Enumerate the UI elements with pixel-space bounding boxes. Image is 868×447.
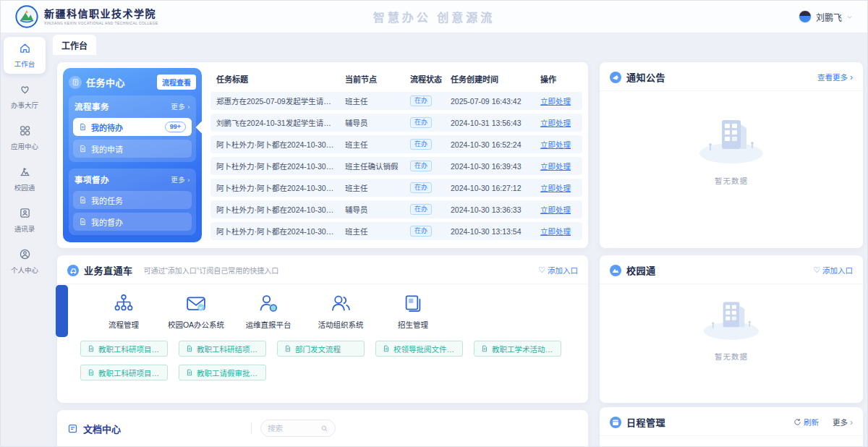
app-shortcut[interactable]: 运维直报平台: [232, 293, 305, 330]
chevron-right-icon: [850, 418, 853, 427]
quick-link-button[interactable]: 教职工科研项目…: [80, 365, 168, 380]
task-center-item-label: 我的待办: [91, 122, 123, 133]
quick-links: 教职工科研项目… 教职工科研结项… 部门发文流程 校领导批阅文件… 教职工学术活…: [80, 341, 579, 380]
handle-now-link[interactable]: 立即处理: [540, 227, 571, 236]
search-icon[interactable]: [320, 425, 328, 433]
app-shortcut-icon: [402, 293, 424, 315]
task-table: 任务标题 当前节点 流程状态 任务创建时间 操作 郑惠方在2025-07-09发…: [210, 68, 582, 242]
doc-tabs: [171, 427, 244, 430]
main-sidebar: 工作台 办事大厅 应用中心 校园通 通讯录 个人中心: [1, 33, 48, 446]
handle-now-link[interactable]: 立即处理: [540, 205, 571, 214]
task-center-item[interactable]: 我的申请: [73, 140, 192, 158]
heart-icon: ♡: [538, 265, 545, 275]
app-shortcut[interactable]: 活动组织系统: [305, 293, 377, 330]
handle-now-link[interactable]: 立即处理: [540, 140, 571, 149]
flow-view-button[interactable]: 流程查看: [157, 74, 196, 90]
campus-add-entry-link[interactable]: ♡添加入口: [813, 265, 853, 276]
quick-link-button[interactable]: 教职工科研项目…: [80, 341, 168, 357]
task-time: 2024-10-31 13:56:43: [451, 119, 533, 127]
quick-link-button[interactable]: 校领导批阅文件…: [375, 341, 463, 357]
quick-link-label: 部门发文流程: [295, 344, 341, 354]
quick-link-label: 教职工科研项目…: [98, 367, 159, 378]
sidebar-item[interactable]: 个人中心: [4, 243, 46, 280]
sidebar-item[interactable]: 校园通: [4, 161, 46, 197]
sidebar-item[interactable]: 通讯录: [4, 202, 46, 239]
quick-link-button[interactable]: 部门发文流程: [277, 341, 365, 357]
divider: [251, 422, 252, 434]
chevron-down-icon: [846, 14, 853, 20]
notice-more-link[interactable]: 查看更多: [817, 72, 853, 82]
file-icon: [88, 345, 95, 352]
smart-office-portal: 新疆科信职业技术学院 XINJIANG KEXIN VOCATIONAL AND…: [0, 0, 868, 447]
empty-illustration: [697, 294, 766, 344]
heart-icon: ♡: [813, 265, 820, 275]
table-row: 阿卜杜外力·阿卜都在2024-10-30发起学生请假… 辅导员 在办 2024-…: [210, 200, 582, 218]
file-icon: [79, 145, 87, 153]
vertical-tab[interactable]: [56, 344, 68, 396]
task-time: 2024-10-30 16:27:12: [451, 184, 533, 192]
app-header: 新疆科信职业技术学院 XINJIANG KEXIN VOCATIONAL AND…: [1, 1, 867, 33]
user-menu[interactable]: 刘鹏飞: [799, 10, 853, 23]
notice-title: 通知公告: [626, 70, 665, 84]
task-title: 刘鹏飞在2024-10-31发起学生请假审批: [216, 117, 338, 128]
handle-now-link[interactable]: 立即处理: [540, 97, 571, 106]
app-shortcut-label: 运维直报平台: [246, 319, 292, 330]
status-badge: 在办: [410, 95, 432, 106]
file-icon: [383, 345, 390, 352]
quick-link-label: 校领导批阅文件…: [393, 344, 454, 354]
handle-now-link[interactable]: 立即处理: [540, 184, 571, 192]
app-shortcut-icon: [113, 293, 135, 315]
campus-title: 校园通: [626, 263, 656, 277]
tab-workbench[interactable]: 工作台: [53, 35, 96, 55]
sidebar-item[interactable]: 办事大厅: [4, 78, 46, 115]
sidebar-item[interactable]: 应用中心: [4, 119, 46, 156]
status-badge: 在办: [410, 226, 432, 237]
flow-more-link[interactable]: 更多 ›: [171, 101, 190, 111]
doc-search: [260, 420, 336, 437]
task-center-item[interactable]: 我的任务: [73, 191, 192, 209]
college-logo-icon: [15, 5, 38, 28]
file-icon: [79, 196, 87, 204]
task-card: 任务中心 流程查看 流程事务 更多 › 我的待办 99+: [57, 62, 588, 248]
app-shortcut[interactable]: 校园OA办公系统: [160, 293, 232, 330]
vertical-tab[interactable]: [56, 285, 68, 337]
app-shortcut-label: 校园OA办公系统: [168, 319, 224, 330]
schedule-refresh-link[interactable]: 刷新: [793, 417, 819, 427]
search-input[interactable]: [268, 424, 315, 433]
task-center-item-label: 我的申请: [91, 143, 123, 155]
sidebar-item-icon: [19, 124, 31, 138]
sidebar-item-label: 个人中心: [11, 264, 38, 274]
task-center-item[interactable]: 我的督办: [73, 213, 192, 231]
app-shortcut[interactable]: 流程管理: [88, 293, 160, 330]
app-shortcut[interactable]: 招生管理: [377, 293, 449, 330]
file-icon: [284, 345, 292, 352]
sidebar-item[interactable]: 工作台: [4, 37, 46, 74]
supervise-more-link[interactable]: 更多 ›: [171, 174, 190, 184]
file-icon: [79, 123, 87, 131]
express-side-tabs: [56, 285, 68, 396]
quick-link-label: 教职工学术活动…: [492, 344, 553, 354]
chevron-right-icon: [850, 73, 853, 82]
notice-icon: [610, 72, 621, 83]
logo: 新疆科信职业技术学院 XINJIANG KEXIN VOCATIONAL AND…: [15, 5, 158, 28]
file-icon: [88, 369, 95, 376]
handle-now-link[interactable]: 立即处理: [540, 119, 571, 127]
app-shortcut-label: 招生管理: [398, 319, 428, 330]
handle-now-link[interactable]: 立即处理: [540, 162, 571, 171]
task-center-item-label: 我的督办: [91, 216, 123, 228]
table-row: 阿卜杜外力·阿卜都在2024-10-30发起学生请假… 班主任确认销假 在办 2…: [210, 157, 582, 175]
quick-link-button[interactable]: 教职工科研结项…: [179, 341, 266, 357]
quick-link-button[interactable]: 教职工学术活动…: [474, 341, 561, 357]
todo-count-badge: 99+: [165, 122, 186, 132]
task-center-item[interactable]: 我的待办 99+: [73, 118, 192, 136]
quick-link-button[interactable]: 教职工请假审批…: [179, 365, 266, 380]
task-title: 阿卜杜外力·阿卜都在2024-10-30发起学生请假…: [216, 226, 338, 237]
task-time: 2025-07-09 16:43:42: [451, 97, 533, 106]
schedule-more-link[interactable]: 更多: [833, 417, 853, 427]
schedule-title: 日程管理: [626, 415, 665, 429]
task-title: 郑惠方在2025-07-09发起学生请假审批: [216, 95, 338, 106]
schedule-panel: 日程管理 刷新 更多: [600, 407, 863, 447]
status-badge: 在办: [410, 182, 432, 193]
task-table-header: 任务标题 当前节点 流程状态 任务创建时间 操作: [210, 69, 582, 88]
express-add-entry-link[interactable]: ♡添加入口: [538, 265, 578, 276]
